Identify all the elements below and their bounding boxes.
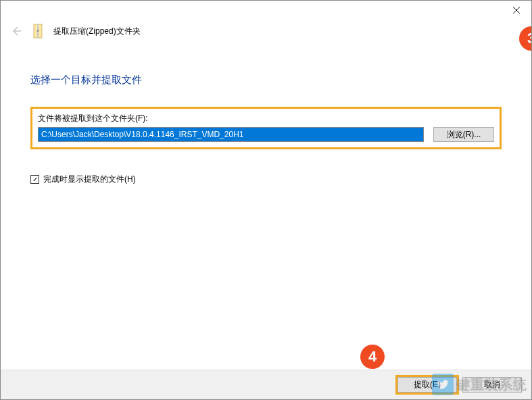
destination-highlight: 文件将被提取到这个文件夹(F): C:\Users\Jack\Desktop\V…: [30, 107, 502, 149]
close-icon: [513, 7, 520, 14]
show-files-label: 完成时显示提取的文件(H): [43, 174, 136, 185]
back-arrow-icon: [11, 26, 22, 36]
check-icon: ✓: [32, 176, 38, 183]
cancel-button[interactable]: 取消: [462, 377, 522, 393]
cancel-button-label: 取消: [484, 379, 500, 391]
show-files-row: ✓ 完成时显示提取的文件(H): [30, 174, 502, 185]
destination-label: 文件将被提取到这个文件夹(F):: [38, 113, 494, 124]
wizard-header: 提取压缩(Zipped)文件夹: [1, 22, 531, 45]
content-area: 选择一个目标并提取文件 文件将被提取到这个文件夹(F): C:\Users\Ja…: [1, 45, 531, 370]
wizard-title: 提取压缩(Zipped)文件夹: [53, 26, 141, 37]
destination-path-input[interactable]: C:\Users\Jack\Desktop\V18.0.4.1146_IRST_…: [38, 127, 424, 142]
close-button[interactable]: [502, 1, 531, 20]
dialog-window: 提取压缩(Zipped)文件夹 选择一个目标并提取文件 文件将被提取到这个文件夹…: [0, 0, 532, 400]
titlebar: [1, 1, 531, 22]
show-files-checkbox[interactable]: ✓: [30, 175, 39, 184]
svg-rect-5: [37, 30, 39, 32]
destination-row: C:\Users\Jack\Desktop\V18.0.4.1146_IRST_…: [38, 127, 494, 142]
zip-folder-icon: [32, 24, 44, 39]
instruction-text: 选择一个目标并提取文件: [30, 74, 502, 86]
extract-button-label: 提取(E): [414, 379, 441, 391]
extract-button[interactable]: 提取(E): [397, 377, 457, 393]
browse-button[interactable]: 浏览(R)...: [433, 127, 494, 142]
footer-bar: 提取(E) 取消 4 键重装系统: [1, 370, 531, 399]
back-button[interactable]: [10, 25, 22, 37]
annotation-badge-4: 4: [360, 345, 385, 369]
